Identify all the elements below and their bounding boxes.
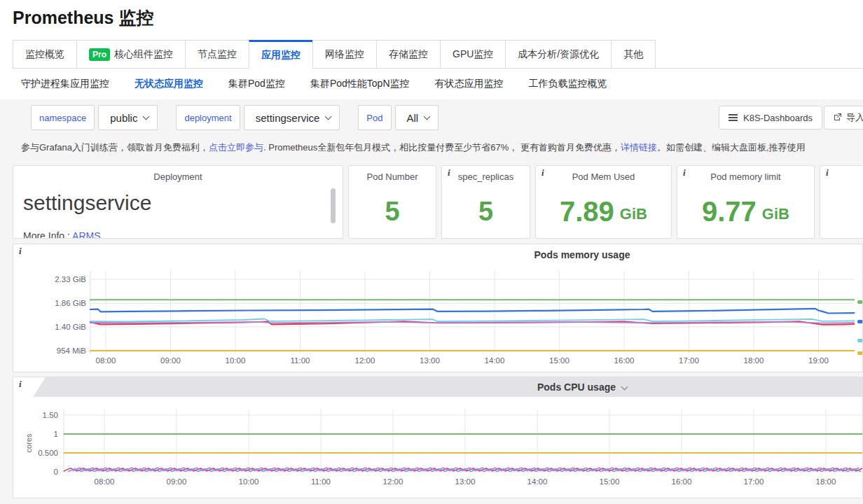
svg-text:17:00: 17:00 <box>744 477 764 486</box>
more-info-line: More Info : ARMS <box>23 230 101 239</box>
stat-card-title: Pod Number <box>349 172 436 182</box>
external-link-icon <box>834 113 842 123</box>
svg-text:09:00: 09:00 <box>167 477 187 486</box>
svg-text:16:00: 16:00 <box>614 356 635 365</box>
notice-link-join[interactable]: 点击立即参与 <box>209 142 263 153</box>
page-title: Prometheus 监控 <box>13 6 863 29</box>
stat-card-4: iPod memory limit9.77GiB <box>677 165 815 239</box>
info-icon[interactable]: i <box>19 246 22 257</box>
cpu-chart-canvas[interactable]: 08:0009:0010:0011:0012:0013:0014:0015:00… <box>13 377 862 498</box>
k8s-dashboards-label: K8S-Dashboards <box>743 113 813 123</box>
svg-text:1.40 GiB: 1.40 GiB <box>55 323 86 331</box>
stat-card-2: ispec_replicas5 <box>441 165 530 239</box>
panel-scrollbar[interactable] <box>331 188 336 223</box>
secondary-tab-2[interactable]: 集群Pod监控 <box>228 78 285 90</box>
legend-swatch-1[interactable] <box>857 320 862 323</box>
pod-label-box: Pod <box>358 105 391 130</box>
svg-text:13:00: 13:00 <box>455 477 476 486</box>
svg-text:10:00: 10:00 <box>239 477 259 486</box>
secondary-tab-0[interactable]: 守护进程集应用监控 <box>21 78 109 90</box>
svg-text:15:00: 15:00 <box>600 477 620 486</box>
primary-tabs: 监控概览Pro核心组件监控节点监控应用监控网络监控存储监控GPU监控成本分析/资… <box>13 40 863 69</box>
filter-row: namespace public deployment settingservi… <box>13 105 863 130</box>
info-icon[interactable]: i <box>683 167 686 178</box>
chevron-down-icon <box>621 384 628 391</box>
secondary-tab-5[interactable]: 工作负载监控概览 <box>529 78 607 90</box>
stat-card-0: DeploymentsettingserviceMore Info : ARMS <box>13 165 343 239</box>
info-icon[interactable]: i <box>826 167 829 178</box>
info-icon[interactable]: i <box>541 167 544 178</box>
import-label: 导入( <box>846 111 863 124</box>
chevron-down-icon <box>143 113 150 120</box>
stat-card-value: 5 <box>442 184 530 238</box>
notice-text-2: . Prometheus全新包年包月模式，相比按量付费至少节省67%， 更有首购… <box>263 142 621 153</box>
primary-tab-2[interactable]: 节点监控 <box>185 40 249 69</box>
info-icon[interactable]: i <box>448 167 450 178</box>
notice-link-details[interactable]: 详情链接 <box>621 142 657 153</box>
info-icon[interactable]: i <box>19 379 22 390</box>
svg-text:14:00: 14:00 <box>527 477 548 486</box>
svg-text:12:00: 12:00 <box>355 356 375 365</box>
legend-swatch-3[interactable] <box>857 351 862 355</box>
svg-text:11:00: 11:00 <box>311 477 331 486</box>
namespace-label-box: namespace <box>31 105 95 130</box>
stat-card-title: Pod Mem Used <box>536 172 671 182</box>
primary-tab-1[interactable]: Pro核心组件监控 <box>76 40 186 69</box>
svg-text:0.500: 0.500 <box>38 449 58 457</box>
deployment-select[interactable]: settingservice <box>244 105 340 130</box>
secondary-tabs: 守护进程集应用监控无状态应用监控集群Pod监控集群Pod性能TopN监控有状态应… <box>0 69 863 99</box>
secondary-tab-1[interactable]: 无状态应用监控 <box>134 78 203 90</box>
primary-tab-4[interactable]: 网络监控 <box>312 40 377 69</box>
svg-text:12:00: 12:00 <box>383 477 403 486</box>
primary-tab-3[interactable]: 应用监控 <box>249 40 313 69</box>
primary-tab-6[interactable]: GPU监控 <box>440 40 506 69</box>
secondary-tab-3[interactable]: 集群Pod性能TopN监控 <box>310 78 410 90</box>
stat-card-3: iPod Mem Used7.89GiB <box>535 165 672 239</box>
legend-swatch-2[interactable] <box>857 339 862 342</box>
stat-card-title: Pod memory limit <box>677 172 814 182</box>
memory-chart-canvas[interactable]: 08:0009:0010:0011:0012:0013:0014:0015:00… <box>13 244 862 372</box>
k8s-dashboards-button[interactable]: K8S-Dashboards <box>719 106 822 130</box>
import-button[interactable]: 导入( <box>824 106 863 130</box>
namespace-value[interactable]: public <box>110 112 137 124</box>
stat-card-title: Deployment <box>13 172 343 182</box>
namespace-select[interactable]: public <box>98 105 158 130</box>
series-memory-pod-cyan <box>90 319 855 322</box>
svg-text:19:00: 19:00 <box>808 356 829 365</box>
deployment-label-box: deployment <box>176 105 240 130</box>
svg-text:08:00: 08:00 <box>96 356 116 365</box>
svg-text:0: 0 <box>54 468 58 476</box>
secondary-tab-4[interactable]: 有状态应用监控 <box>435 78 504 90</box>
svg-text:18:00: 18:00 <box>744 356 764 365</box>
svg-text:09:00: 09:00 <box>160 356 181 365</box>
stat-card-title: spec_replicas <box>442 172 530 182</box>
deployment-value[interactable]: settingservice <box>256 112 320 124</box>
svg-text:10:00: 10:00 <box>226 356 246 365</box>
pod-label: Pod <box>366 113 382 123</box>
pod-select[interactable]: All <box>395 105 439 130</box>
svg-text:954 MiB: 954 MiB <box>57 346 87 355</box>
primary-tab-0[interactable]: 监控概览 <box>13 40 77 69</box>
stat-card-value: 5 <box>349 184 436 238</box>
deployment-name-value: settingservice <box>23 191 151 215</box>
memory-chart-title[interactable]: Pods memory usage <box>534 249 630 260</box>
primary-tab-7[interactable]: 成本分析/资源优化 <box>505 40 612 69</box>
svg-text:1.86 GiB: 1.86 GiB <box>55 299 86 307</box>
svg-text:17:00: 17:00 <box>679 356 699 365</box>
svg-text:14:00: 14:00 <box>485 356 505 365</box>
primary-tab-8[interactable]: 其他 <box>611 40 656 69</box>
primary-tab-5[interactable]: 存储监控 <box>376 40 441 69</box>
pod-value[interactable]: All <box>407 112 419 124</box>
chevron-down-icon <box>424 113 431 120</box>
menu-icon <box>729 117 738 118</box>
svg-text:1.50: 1.50 <box>43 411 58 419</box>
notice-text-1: 参与Grafana入门训练营，领取首月免费福利， <box>21 142 209 153</box>
stat-card-5: i <box>820 165 863 239</box>
notice-text-3: 。如需创建、编辑大盘面板,推荐使用 <box>657 142 806 153</box>
cpu-chart-title[interactable]: Pods CPU usage <box>537 382 627 393</box>
dashboard-content: namespace public deployment settingservi… <box>0 99 863 504</box>
legend-swatch-0[interactable] <box>857 300 862 304</box>
stat-card-1: Pod Number5 <box>348 165 436 239</box>
cpu-chart-title-text: Pods CPU usage <box>537 382 616 393</box>
arms-link[interactable]: ARMS <box>72 230 100 239</box>
